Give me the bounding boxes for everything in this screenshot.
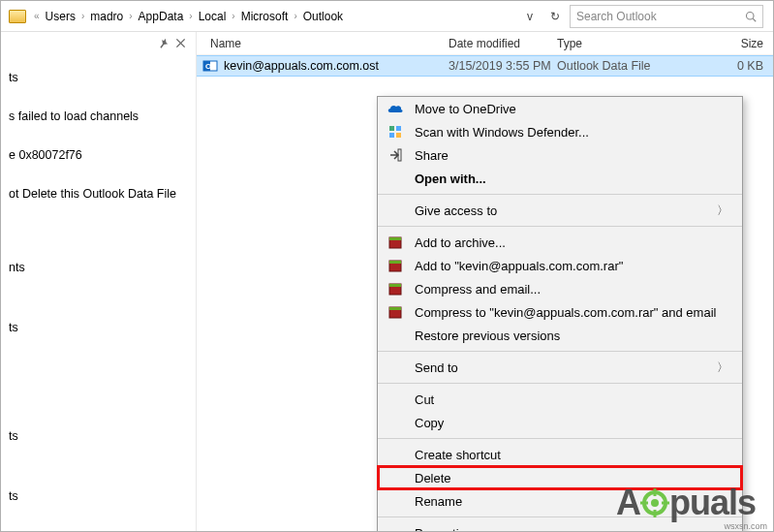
menu-copy[interactable]: Copy: [378, 411, 742, 434]
column-header-type[interactable]: Type: [557, 37, 671, 50]
svg-rect-13: [389, 237, 401, 240]
menu-separator: [378, 351, 742, 352]
menu-cut[interactable]: Cut: [378, 388, 742, 411]
onedrive-icon: [386, 100, 405, 117]
menu-add-archive[interactable]: Add to archive...: [378, 231, 742, 254]
search-placeholder: Search Outlook: [576, 10, 739, 23]
menu-scan-defender[interactable]: Scan with Windows Defender...: [378, 120, 742, 143]
menu-add-named-rar[interactable]: Add to "kevin@appuals.com.com.rar": [378, 254, 742, 277]
svg-point-0: [747, 12, 755, 19]
crumb[interactable]: Microsoft: [239, 8, 291, 25]
outlook-file-icon: O: [202, 58, 218, 74]
breadcrumb-dropdown[interactable]: v: [519, 10, 541, 23]
file-row[interactable]: O kevin@appuals.com.com.ost 3/15/2019 3:…: [197, 55, 773, 77]
menu-delete[interactable]: Delete: [378, 466, 742, 489]
menu-give-access[interactable]: Give access to 〉: [378, 199, 742, 222]
address-bar: « Users› madro› AppData› Local› Microsof…: [1, 1, 773, 32]
file-size: 0 KB: [671, 59, 773, 73]
search-icon: [745, 11, 757, 22]
unpin-icon[interactable]: [175, 38, 186, 49]
column-header-date[interactable]: Date modified: [449, 37, 557, 50]
svg-rect-8: [396, 126, 401, 131]
refresh-button[interactable]: ↻: [544, 10, 566, 23]
sidebar-item[interactable]: ts: [5, 425, 192, 447]
crumb[interactable]: AppData: [137, 8, 186, 25]
chevron-right-icon: ›: [189, 11, 192, 21]
chevron-right-icon: ›: [81, 11, 84, 21]
sidebar-item[interactable]: ts: [5, 485, 192, 507]
menu-compress-email[interactable]: Compress and email...: [378, 277, 742, 300]
menu-share[interactable]: Share: [378, 143, 742, 167]
sidebar-item[interactable]: ts: [5, 67, 192, 88]
svg-rect-17: [389, 284, 401, 287]
column-header-row: Name Date modified Type Size: [197, 32, 773, 55]
menu-rename[interactable]: Rename: [378, 489, 742, 513]
crumb[interactable]: Users: [44, 8, 77, 25]
share-icon: [386, 146, 405, 164]
menu-separator: [378, 438, 742, 439]
menu-move-onedrive[interactable]: Move to OneDrive: [378, 97, 742, 120]
menu-separator: [378, 516, 742, 517]
chevron-right-icon: ›: [294, 11, 296, 21]
file-name: kevin@appuals.com.com.ost: [224, 59, 449, 73]
breadcrumb-back[interactable]: «: [34, 11, 40, 21]
chevron-right-icon: ›: [232, 11, 234, 21]
breadcrumb[interactable]: « Users› madro› AppData› Local› Microsof…: [30, 8, 515, 25]
folder-icon: [9, 10, 26, 23]
file-type: Outlook Data File: [557, 59, 671, 73]
sidebar-item[interactable]: nts: [5, 257, 192, 278]
svg-rect-9: [389, 133, 394, 138]
svg-rect-10: [396, 133, 401, 138]
svg-rect-15: [389, 261, 401, 264]
pin-icon[interactable]: [158, 38, 170, 49]
menu-properties[interactable]: Properties: [378, 521, 742, 532]
crumb[interactable]: madro: [88, 8, 125, 25]
navigation-pane[interactable]: ts s failed to load channels e 0x80072f7…: [1, 32, 197, 531]
menu-separator: [378, 383, 742, 384]
menu-compress-named-email[interactable]: Compress to "kevin@appuals.com.com.rar" …: [378, 300, 742, 324]
submenu-arrow-icon: 〉: [717, 360, 728, 376]
sidebar-item[interactable]: ts: [5, 317, 192, 338]
winrar-icon: [386, 303, 405, 321]
svg-rect-19: [389, 307, 401, 310]
defender-icon: [386, 123, 405, 141]
winrar-icon: [386, 257, 405, 274]
svg-line-1: [753, 18, 756, 21]
winrar-icon: [386, 234, 405, 251]
sidebar-item[interactable]: ot Delete this Outlook Data File: [5, 183, 192, 204]
svg-rect-7: [389, 126, 394, 131]
context-menu: Move to OneDrive Scan with Windows Defen…: [377, 96, 743, 532]
chevron-right-icon: ›: [129, 11, 132, 21]
menu-separator: [378, 226, 742, 227]
submenu-arrow-icon: 〉: [717, 203, 728, 219]
column-header-name[interactable]: Name: [197, 37, 449, 50]
winrar-icon: [386, 280, 405, 297]
column-header-size[interactable]: Size: [671, 37, 773, 50]
svg-rect-11: [398, 149, 401, 161]
crumb[interactable]: Outlook: [301, 8, 345, 25]
sidebar-item[interactable]: s failed to load channels: [5, 106, 192, 127]
search-input[interactable]: Search Outlook: [570, 5, 763, 28]
menu-restore-versions[interactable]: Restore previous versions: [378, 324, 742, 347]
crumb[interactable]: Local: [197, 8, 229, 25]
menu-create-shortcut[interactable]: Create shortcut: [378, 443, 742, 466]
sidebar-item[interactable]: e 0x80072f76: [5, 144, 192, 166]
menu-open-with[interactable]: Open with...: [378, 167, 742, 190]
svg-text:O: O: [205, 62, 211, 71]
menu-separator: [378, 194, 742, 195]
menu-send-to[interactable]: Send to 〉: [378, 356, 742, 379]
file-date: 3/15/2019 3:55 PM: [449, 59, 557, 73]
quickaccess-pinbar: [5, 38, 192, 49]
